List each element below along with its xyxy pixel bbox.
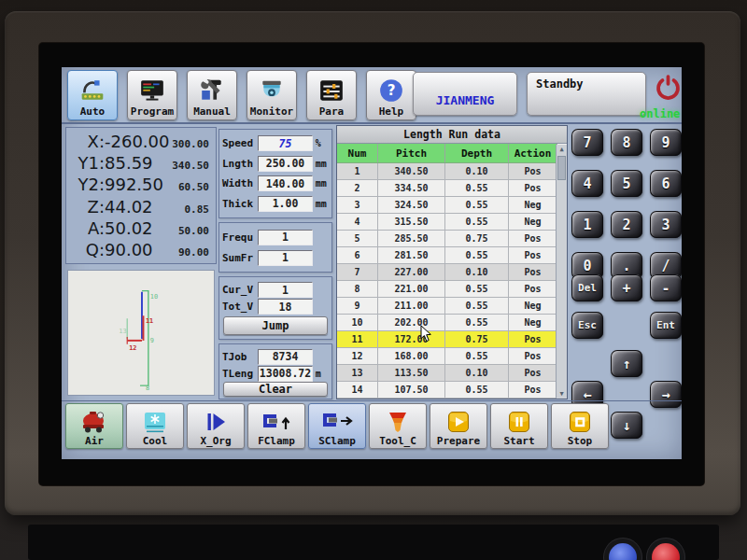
cool-icon (143, 408, 167, 435)
param-row: SumFr 1 (222, 249, 329, 266)
table-scrollbar[interactable]: ▲ ▼ (556, 145, 567, 399)
table-row[interactable]: 9 211.00 0.55 Neg (337, 298, 557, 315)
table-row[interactable]: 8 221.00 0.55 Pos (337, 281, 557, 298)
nav-button-monitor[interactable]: Monitor (247, 70, 297, 120)
keypad-key-4[interactable]: 4 (571, 170, 603, 197)
param-value-field[interactable]: 18 (258, 299, 312, 315)
keypad-key-9[interactable]: 9 (650, 129, 682, 156)
table-row[interactable]: 4 315.50 0.55 Neg (337, 214, 557, 231)
table-row[interactable]: 7 227.00 0.10 Pos (337, 264, 557, 281)
bottom-button-tool-c[interactable]: Tool_C (369, 403, 427, 449)
param-row: Frequ 1 (222, 229, 329, 245)
cell-action: Neg (509, 197, 557, 213)
bottom-toolbar: Air Cool X_Org FClamp (62, 400, 682, 449)
keypad-key-2[interactable]: 2 (611, 211, 642, 238)
bottom-button-air[interactable]: Air (65, 403, 123, 449)
start-icon (507, 408, 531, 435)
scroll-down-icon[interactable]: ▼ (559, 389, 563, 399)
param-value-field[interactable]: 250.00 (258, 156, 312, 172)
nav-button-program[interactable]: Program (127, 70, 177, 120)
table-row[interactable]: 12 168.00 0.55 Pos (337, 348, 557, 365)
standby-button[interactable]: Standby (527, 72, 646, 116)
top-nav: Auto Program Manual Monitor (67, 70, 416, 120)
cell-depth: 0.55 (445, 348, 509, 364)
keypad-key-plus[interactable]: + (611, 274, 642, 301)
bottom-button-label: Cool (143, 435, 168, 447)
clear-button[interactable]: Clear (223, 382, 328, 397)
keypad-key-7[interactable]: 7 (571, 129, 603, 156)
bottom-button-label: X_Org (200, 435, 231, 447)
table-row[interactable]: 11 172.00 0.75 Pos (337, 331, 557, 348)
keypad-key-minus[interactable]: - (650, 274, 682, 301)
keypad-key-1[interactable]: 1 (571, 211, 603, 238)
table-row[interactable]: 2 334.50 0.55 Pos (337, 180, 557, 197)
param-value-field[interactable]: 1 (258, 250, 312, 266)
param-value-field[interactable]: 1 (258, 282, 312, 298)
param-value-field[interactable]: 140.00 (258, 175, 312, 191)
scroll-up-icon[interactable]: ▲ (559, 145, 563, 154)
keypad-key-up[interactable]: ↑ (611, 350, 642, 377)
table-row[interactable]: 14 107.50 0.55 Pos (337, 382, 557, 399)
col-header-depth: Depth (445, 144, 509, 162)
svg-text:11: 11 (146, 317, 153, 325)
param-value-field[interactable]: 1 (258, 230, 312, 245)
table-row[interactable]: 13 113.50 0.10 Pos (337, 365, 557, 382)
param-label: TLeng (222, 368, 255, 380)
red-physical-button[interactable] (652, 543, 680, 560)
power-icon[interactable] (653, 71, 682, 104)
bottom-button-start[interactable]: Start (490, 403, 548, 449)
table-row[interactable]: 5 285.50 0.75 Pos (337, 231, 557, 247)
cell-depth: 0.10 (445, 365, 509, 381)
axis-target-value: 300.00 (172, 138, 212, 150)
nav-button-help[interactable]: ? Help (366, 70, 416, 120)
param-unit: mm (316, 159, 329, 169)
keypad-key-6[interactable]: 6 (650, 170, 682, 197)
keypad-key-5[interactable]: 5 (611, 170, 642, 197)
nav-button-label: Help (379, 105, 404, 118)
cell-action: Pos (509, 348, 557, 364)
bottom-button-fclamp[interactable]: FClamp (247, 403, 305, 449)
nav-button-auto[interactable]: Auto (67, 70, 118, 120)
keypad-key-del[interactable]: Del (571, 274, 603, 301)
bottom-button-prepare[interactable]: Prepare (430, 403, 487, 449)
keypad-key-8[interactable]: 8 (611, 129, 642, 156)
param-unit: mm (316, 178, 329, 189)
cell-depth: 0.55 (445, 382, 509, 398)
blue-physical-button[interactable] (609, 543, 637, 560)
nav-button-manual[interactable]: Manual (187, 70, 237, 120)
brand-button[interactable]: JIANMENG (413, 72, 517, 116)
param-value-field[interactable]: 75 (258, 135, 312, 151)
bottom-button-label: Stop (568, 435, 593, 447)
keypad-key-ent[interactable]: Ent (650, 312, 682, 339)
keypad-key-esc[interactable]: Esc (571, 312, 603, 339)
param-row: Cur_V 1 (222, 282, 329, 299)
param-value-field[interactable]: 13008.72 (258, 366, 312, 382)
scrollbar-thumb[interactable] (557, 156, 566, 180)
bottom-button-sclamp[interactable]: SClamp (308, 403, 366, 449)
bottom-button-stop[interactable]: Stop (551, 403, 609, 449)
bottom-button-cool[interactable]: Cool (126, 403, 184, 449)
axis-value: 50.02 (105, 218, 153, 238)
axis-row: Y2 992.50 60.50 (70, 175, 212, 194)
table-row[interactable]: 6 281.50 0.55 Pos (337, 247, 557, 264)
cell-num: 6 (337, 247, 378, 263)
jump-button[interactable]: Jump (223, 316, 328, 335)
status-text: Standby (536, 77, 584, 91)
param-value-field[interactable]: 8734 (258, 349, 312, 365)
cell-pitch: 172.00 (378, 331, 445, 347)
cell-action: Neg (509, 214, 557, 230)
nav-button-para[interactable]: Para (306, 70, 357, 120)
bottom-button-label: SClamp (318, 435, 356, 447)
run-data-table: Length Run data Num Pitch Depth Action 1… (336, 125, 568, 399)
param-row: Lngth 250.00 mm (222, 155, 329, 172)
cell-action: Neg (509, 298, 557, 314)
table-row[interactable]: 3 324.50 0.55 Neg (337, 197, 557, 214)
table-row[interactable]: 10 202.00 0.55 Neg (337, 315, 557, 331)
lower-control-panel (28, 525, 719, 560)
keypad-key-3[interactable]: 3 (650, 211, 682, 238)
bottom-button-x-org[interactable]: X_Org (187, 403, 245, 449)
param-value-field[interactable]: 1.00 (258, 196, 312, 212)
cell-num: 14 (337, 382, 378, 398)
cell-num: 8 (337, 281, 378, 297)
table-row[interactable]: 1 340.50 0.10 Pos (337, 163, 557, 180)
